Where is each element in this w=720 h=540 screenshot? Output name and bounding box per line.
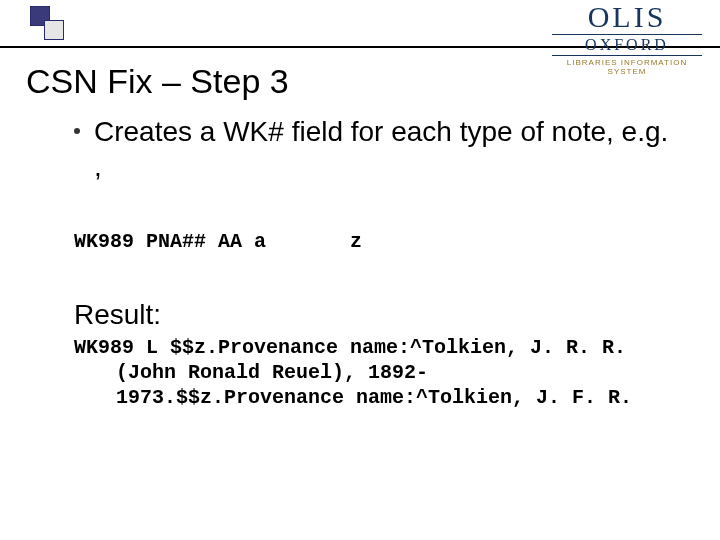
result-content: WK989 L $$z.Provenance name:^Tolkien, J.… [74,335,634,410]
slide: OLIS OXFORD LIBRARIES INFORMATION SYSTEM… [0,0,720,540]
bullet-text: Creates a WK# field for each type of not… [94,114,680,184]
top-bar: OLIS OXFORD LIBRARIES INFORMATION SYSTEM [0,0,720,54]
result-heading: Result: [74,299,680,331]
olis-logo: OLIS OXFORD LIBRARIES INFORMATION SYSTEM [552,2,702,76]
decor-square-light [44,20,64,40]
logo-name: OLIS [552,2,702,32]
bullet-dot-icon [74,128,80,134]
logo-org: OXFORD [552,34,702,56]
bullet-item: Creates a WK# field for each type of not… [74,114,680,184]
code-line: WK989 PNA## AA a z [74,230,680,253]
slide-body: Creates a WK# field for each type of not… [74,114,680,410]
result-text: WK989 L $$z.Provenance name:^Tolkien, J.… [74,335,634,410]
logo-sub: LIBRARIES INFORMATION SYSTEM [552,58,702,76]
slide-title: CSN Fix – Step 3 [26,62,289,101]
